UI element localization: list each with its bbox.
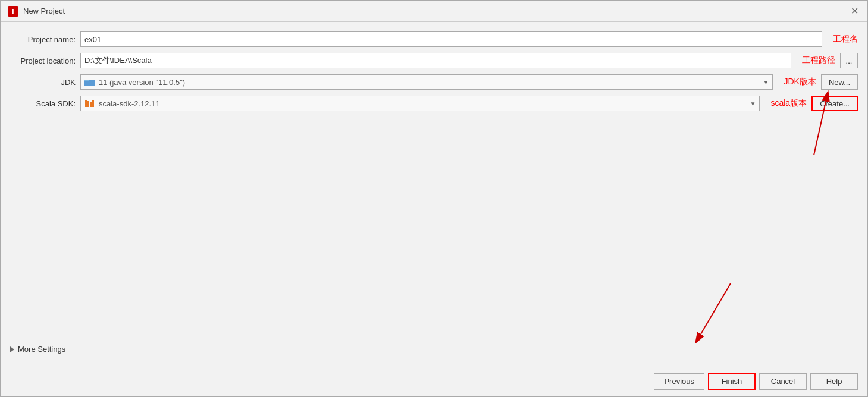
scala-sdk-select-inner: scala-sdk-2.12.11 — [84, 99, 160, 108]
project-location-row: Project location: 工程路径 ... — [10, 53, 858, 68]
project-name-row: Project name: 工程名 — [10, 31, 858, 47]
jdk-new-button[interactable]: New... — [821, 74, 858, 90]
browse-button[interactable]: ... — [840, 53, 858, 68]
scala-sdk-chevron-icon: ▼ — [750, 100, 756, 107]
svg-text:I: I — [12, 8, 14, 16]
project-name-label: Project name: — [10, 35, 76, 44]
jdk-select-inner: 11 (java version "11.0.5") — [84, 78, 185, 87]
scala-sdk-create-button[interactable]: Create... — [811, 96, 858, 111]
svg-rect-6 — [90, 102, 92, 107]
jdk-label: JDK — [10, 78, 76, 87]
scala-icon — [84, 99, 95, 108]
jdk-row: JDK 11 (java version "11.0.5") ▼ JDK版本 N… — [10, 74, 858, 90]
expand-icon — [10, 346, 14, 352]
title-bar: I New Project ✕ — [1, 1, 867, 22]
dialog-title: New Project — [23, 7, 65, 15]
project-location-annotation: 工程路径 — [802, 55, 835, 66]
project-location-input[interactable] — [80, 53, 791, 68]
folder-icon — [84, 78, 95, 86]
svg-rect-5 — [87, 101, 89, 107]
content-spacer — [10, 117, 858, 336]
dialog-content: Project name: 工程名 Project location: 工程路径… — [1, 22, 867, 366]
project-location-label: Project location: — [10, 56, 76, 65]
more-settings-label: More Settings — [18, 345, 65, 354]
title-bar-left: I New Project — [8, 6, 65, 17]
previous-button[interactable]: Previous — [654, 373, 704, 390]
dialog-footer: Previous Finish Cancel Help — [1, 366, 867, 396]
app-icon: I — [8, 6, 18, 17]
svg-rect-3 — [84, 80, 89, 81]
scala-sdk-label: Scala SDK: — [10, 99, 76, 108]
close-button[interactable]: ✕ — [848, 5, 860, 17]
svg-rect-4 — [85, 100, 87, 107]
new-project-dialog: I New Project ✕ Project name: 工程名 Projec… — [0, 0, 868, 397]
more-settings-toggle[interactable]: More Settings — [10, 342, 858, 356]
scala-sdk-annotation: scala版本 — [770, 98, 807, 109]
cancel-button[interactable]: Cancel — [759, 373, 807, 390]
jdk-chevron-icon: ▼ — [763, 79, 769, 86]
scala-sdk-selector[interactable]: scala-sdk-2.12.11 ▼ — [80, 96, 760, 111]
help-button[interactable]: Help — [810, 373, 858, 390]
scala-sdk-row: Scala SDK: scala-sdk-2.12.11 ▼ scala版本 C… — [10, 96, 858, 111]
project-name-input[interactable] — [80, 31, 822, 47]
scala-sdk-value: scala-sdk-2.12.11 — [99, 99, 160, 108]
jdk-value: 11 (java version "11.0.5") — [99, 78, 185, 87]
project-name-annotation: 工程名 — [833, 34, 858, 45]
svg-rect-7 — [92, 100, 94, 107]
jdk-selector[interactable]: 11 (java version "11.0.5") ▼ — [80, 74, 773, 90]
jdk-annotation: JDK版本 — [784, 77, 816, 87]
finish-button[interactable]: Finish — [708, 373, 756, 390]
